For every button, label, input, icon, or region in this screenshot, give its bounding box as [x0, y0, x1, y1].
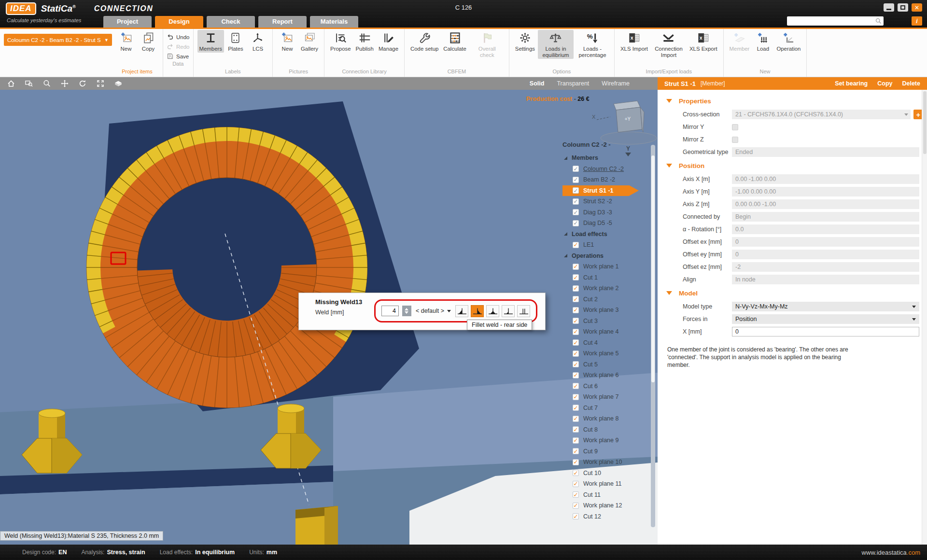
expander-icon[interactable] — [564, 254, 567, 257]
tree-item-work-plane-11[interactable]: ✓Work plane 11 — [562, 478, 639, 490]
checkbox-checked-icon[interactable]: ✓ — [573, 459, 579, 465]
tree-item-work-plane-10[interactable]: ✓Work plane 10 — [562, 457, 639, 468]
tab-report[interactable]: Report — [258, 16, 307, 28]
ribbon-button-settings[interactable]: Settings — [513, 30, 537, 53]
search-input[interactable] — [787, 16, 884, 26]
tree-scrollbar[interactable] — [651, 145, 655, 527]
tree-item-cut-2[interactable]: ✓Cut 2 — [562, 294, 639, 305]
checkbox-checked-icon[interactable]: ✓ — [573, 448, 579, 454]
ribbon-button-xls-import[interactable]: xXLS Import — [618, 30, 650, 53]
checkbox-checked-icon[interactable]: ✓ — [573, 177, 579, 183]
ribbon-button-lcs[interactable]: LCS — [247, 30, 268, 53]
checkbox-checked-icon[interactable]: ✓ — [573, 198, 579, 205]
plug-weld-button[interactable] — [502, 305, 515, 317]
pan-tool[interactable] — [60, 79, 69, 88]
checkbox-checked-icon[interactable]: ✓ — [573, 264, 579, 270]
ribbon-button-copy[interactable]: Copy — [138, 30, 159, 53]
ribbon-button-publish[interactable]: Publish — [354, 30, 376, 53]
set-bearing-button[interactable]: Set bearing — [835, 80, 868, 87]
ribbon-button-connection-import[interactable]: Connection Import — [651, 30, 687, 59]
weld-material-dropdown[interactable]: < default > — [415, 308, 452, 314]
copy-button[interactable]: Copy — [877, 80, 892, 87]
checkbox-checked-icon[interactable]: ✓ — [573, 242, 579, 248]
checkbox-checked-icon[interactable]: ✓ — [573, 274, 579, 280]
checkbox-checked-icon[interactable]: ✓ — [573, 513, 579, 519]
checkbox-checked-icon[interactable]: ✓ — [573, 361, 579, 367]
tree-item-cut-4[interactable]: ✓Cut 4 — [562, 337, 639, 349]
tree-item-work-plane-5[interactable]: ✓Work plane 5 — [562, 348, 639, 359]
ribbon-button-manage[interactable]: Manage — [377, 30, 400, 53]
tree-item-cut-6[interactable]: ✓Cut 6 — [562, 381, 639, 392]
checkbox-checked-icon[interactable]: ✓ — [573, 405, 579, 411]
tree-item-cut-12[interactable]: ✓Cut 12 — [562, 511, 639, 522]
tree-section-operations[interactable]: Operations — [562, 251, 650, 262]
ribbon-button-code-setup[interactable]: Code setup — [408, 30, 440, 53]
checkbox-checked-icon[interactable]: ✓ — [573, 350, 579, 357]
tree-item-diag-d3-3[interactable]: ✓Diag D3 -3 — [562, 207, 639, 218]
collapse-triangle-icon[interactable] — [666, 99, 672, 103]
tree-item-cut-7[interactable]: ✓Cut 7 — [562, 403, 639, 414]
tree-item-work-plane-3[interactable]: ✓Work plane 3 — [562, 305, 639, 316]
tree-root-title[interactable]: Coloumn C2 -2 - — [562, 141, 650, 153]
tree-section-members[interactable]: Members — [562, 153, 650, 164]
render-mode-transparent[interactable]: Transparent — [557, 80, 589, 87]
tab-project[interactable]: Project — [103, 16, 152, 28]
delete-button[interactable]: Delete — [902, 80, 920, 87]
tree-item-work-plane-4[interactable]: ✓Work plane 4 — [562, 326, 639, 337]
property-select[interactable]: N-Vy-Vz-Mx-My-Mz — [732, 302, 919, 311]
home-tool[interactable] — [7, 79, 15, 88]
tree-item-work-plane-7[interactable]: ✓Work plane 7 — [562, 392, 639, 403]
tab-design[interactable]: Design — [155, 16, 203, 28]
tree-item-cut-9[interactable]: ✓Cut 9 — [562, 446, 639, 457]
website-link[interactable]: www.ideastatica.com — [862, 549, 927, 556]
ribbon-button-operation[interactable]: Operation — [774, 30, 802, 53]
ribbon-button-calculate[interactable]: Calculate — [441, 30, 468, 53]
panel-scrollbar-thumb[interactable] — [923, 91, 927, 154]
checkbox-checked-icon[interactable]: ✓ — [573, 470, 579, 476]
tree-item-le1[interactable]: ✓LE1 — [562, 239, 639, 251]
tree-item-cut-5[interactable]: ✓Cut 5 — [562, 359, 639, 370]
checkbox-checked-icon[interactable]: ✓ — [573, 437, 579, 444]
tree-scrollbar-thumb[interactable] — [651, 155, 655, 382]
ribbon-button-undo[interactable]: Undo — [167, 33, 190, 42]
3d-viewport[interactable]: +YYX Production cost - 26 € Coloumn C2 -… — [0, 90, 658, 545]
property-checkbox[interactable] — [732, 137, 738, 143]
checkbox-checked-icon[interactable]: ✓ — [573, 372, 579, 378]
zoom-window-tool[interactable] — [25, 79, 33, 88]
tree-item-cut-10[interactable]: ✓Cut 10 — [562, 468, 639, 479]
tree-item-cut-11[interactable]: ✓Cut 11 — [562, 490, 639, 501]
maximize-button[interactable] — [898, 3, 908, 12]
fillet-weld-front-button[interactable] — [455, 305, 468, 317]
checkbox-checked-icon[interactable]: ✓ — [573, 503, 579, 509]
checkbox-checked-icon[interactable]: ✓ — [573, 318, 579, 324]
panel-scrollbar[interactable] — [922, 90, 927, 545]
weld-size-input[interactable] — [381, 306, 399, 316]
checkbox-checked-icon[interactable]: ✓ — [573, 491, 579, 498]
fillet-weld-both-button[interactable] — [486, 305, 499, 317]
tree-item-work-plane-8[interactable]: ✓Work plane 8 — [562, 413, 639, 424]
butt-weld-button[interactable] — [517, 305, 530, 317]
checkbox-checked-icon[interactable]: ✓ — [573, 426, 579, 433]
tree-section-load-effects[interactable]: Load effects — [562, 229, 650, 240]
tree-item-work-plane-6[interactable]: ✓Work plane 6 — [562, 370, 639, 381]
checkbox-checked-icon[interactable]: ✓ — [573, 296, 579, 302]
checkbox-checked-icon[interactable]: ✓ — [573, 394, 579, 400]
anchor-block[interactable] — [295, 506, 338, 545]
stepper-up-icon[interactable] — [405, 308, 408, 310]
tree-item-work-plane-1[interactable]: ✓Work plane 1 — [562, 261, 639, 272]
render-mode-solid[interactable]: Solid — [530, 80, 545, 87]
checkbox-checked-icon[interactable]: ✓ — [573, 339, 579, 346]
tree-item-work-plane-9[interactable]: ✓Work plane 9 — [562, 435, 639, 446]
collapse-triangle-icon[interactable] — [666, 291, 672, 295]
render-mode-wireframe[interactable]: Wireframe — [602, 80, 630, 87]
checkbox-checked-icon[interactable]: ✓ — [573, 481, 579, 487]
ribbon-button-new[interactable]: New — [115, 30, 137, 53]
checkbox-checked-icon[interactable]: ✓ — [573, 220, 579, 226]
tree-item-strut-s2-2[interactable]: ✓Strut S2 -2 — [562, 196, 639, 207]
property-input[interactable]: 0 — [732, 327, 919, 336]
tree-item-coloumn-c2-2[interactable]: ✓Coloumn C2 -2 — [562, 164, 639, 175]
property-checkbox[interactable] — [732, 124, 738, 130]
ribbon-button-propose[interactable]: Propose — [328, 30, 352, 53]
tree-item-work-plane-12[interactable]: ✓Work plane 12 — [562, 500, 639, 511]
checkbox-checked-icon[interactable]: ✓ — [573, 383, 579, 389]
